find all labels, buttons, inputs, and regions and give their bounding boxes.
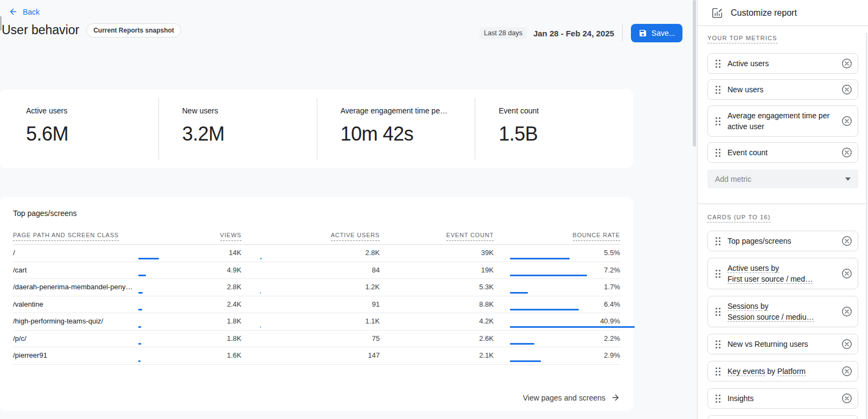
remove-icon xyxy=(841,306,852,317)
header-divider xyxy=(622,24,623,42)
cell-bounce: 6.4% xyxy=(510,296,620,313)
metric-item[interactable]: Active users xyxy=(707,53,858,74)
remove-card-button[interactable] xyxy=(841,147,852,158)
save-button[interactable]: Save... xyxy=(631,24,682,42)
drag-handle-icon[interactable] xyxy=(715,59,721,68)
report-card-item[interactable]: Active users byFirst user source / med… xyxy=(707,258,858,289)
remove-icon xyxy=(841,393,852,404)
drag-handle-icon[interactable] xyxy=(715,148,721,157)
card-label: Sessions bySession source / mediu… xyxy=(727,301,835,322)
cell-value: 2.1K xyxy=(479,351,494,359)
metric-item[interactable]: New users xyxy=(707,79,858,100)
card-label: New users xyxy=(727,84,835,95)
right-arrow-icon xyxy=(611,393,620,402)
metric-item[interactable]: Average engagement time peractive user xyxy=(707,105,858,137)
report-snapshot-badge: Current Reports snapshot xyxy=(86,23,181,37)
add-metric-dropdown[interactable]: Add metric xyxy=(707,169,858,188)
report-card-item[interactable]: Top pages/screens xyxy=(707,231,858,251)
date-range-chip[interactable]: Last 28 days xyxy=(480,27,527,39)
label-text: Platform xyxy=(777,367,806,376)
drag-handle-icon[interactable] xyxy=(715,340,721,349)
drag-handle-icon[interactable] xyxy=(715,307,721,316)
label-text: New users xyxy=(727,85,763,94)
label-text: Active users by xyxy=(727,264,779,273)
cell-active: 2.8K xyxy=(260,245,380,262)
date-range-text[interactable]: Jan 28 - Feb 24, 2025 xyxy=(533,29,614,38)
remove-card-button[interactable] xyxy=(841,268,852,279)
card-label: Top pages/screens xyxy=(727,236,835,246)
edit-chart-icon xyxy=(711,7,723,19)
report-card-item[interactable]: New vs Returning users xyxy=(707,334,858,354)
bounce-bar xyxy=(510,275,587,276)
card-label-line: Average engagement time per xyxy=(727,110,835,121)
cell-value: 14K xyxy=(229,249,241,257)
back-arrow-icon xyxy=(9,7,18,16)
cell-event: 4.2K xyxy=(386,313,494,330)
views-bar xyxy=(138,258,159,259)
remove-icon xyxy=(841,366,852,377)
label-text: New vs Returning users xyxy=(727,340,808,348)
report-main-area: Back User behavior Current Reports snaps… xyxy=(0,0,697,419)
active-bar xyxy=(260,258,261,259)
table-header-row: PAGE PATH AND SCREEN CLASS VIEWS ACTIVE … xyxy=(13,232,620,245)
views-bar xyxy=(138,343,141,345)
remove-card-button[interactable] xyxy=(841,236,852,246)
bounce-bar xyxy=(510,343,534,345)
drag-handle-icon[interactable] xyxy=(715,117,721,126)
report-card-item[interactable]: Insights xyxy=(707,388,858,409)
remove-card-button[interactable] xyxy=(841,84,852,95)
page-title: User behavior xyxy=(2,23,79,37)
views-bar xyxy=(138,275,146,276)
cards-list: Top pages/screensActive users byFirst us… xyxy=(707,231,858,419)
remove-card-button[interactable] xyxy=(841,393,852,404)
card-label-line: Insights xyxy=(727,393,835,404)
metrics-list: Active usersNew usersAverage engagement … xyxy=(707,53,858,163)
cell-page-path: /valentine xyxy=(13,296,138,313)
table-row: /high-performing-teams-quiz/1.8K1.1K4.2K… xyxy=(13,313,620,331)
remove-card-button[interactable] xyxy=(841,306,852,317)
report-card-item[interactable]: Active users by City xyxy=(707,415,858,419)
active-bar xyxy=(260,326,261,328)
drag-handle-icon[interactable] xyxy=(715,367,721,376)
drag-handle-icon[interactable] xyxy=(715,269,721,278)
cell-active: 1.1K xyxy=(260,313,380,330)
back-button[interactable]: Back xyxy=(9,7,40,16)
active-bar xyxy=(260,292,261,294)
remove-icon xyxy=(841,268,852,279)
report-card-item[interactable]: Key events by Platform xyxy=(707,361,858,382)
report-card-item[interactable]: Sessions bySession source / mediu… xyxy=(707,296,858,327)
cell-bounce: 7.2% xyxy=(510,262,620,279)
view-pages-link[interactable]: View pages and screens xyxy=(523,393,620,402)
panel-scrollbar[interactable] xyxy=(866,33,867,419)
drag-handle-icon[interactable] xyxy=(715,237,721,246)
metric-label: Event count xyxy=(499,106,628,115)
cell-bounce: 2.9% xyxy=(510,347,620,364)
back-label: Back xyxy=(23,8,40,16)
cell-event: 2.6K xyxy=(386,331,494,347)
metric-item[interactable]: Event count xyxy=(707,142,858,163)
views-bar xyxy=(138,292,143,294)
label-text: active user xyxy=(727,122,764,131)
column-header-active-users: ACTIVE USERS xyxy=(260,232,380,241)
remove-card-button[interactable] xyxy=(841,58,852,69)
metric-label: Active users xyxy=(26,106,153,115)
cell-page-path: /pierreer91 xyxy=(13,347,138,364)
label-text: Sessions by xyxy=(727,302,768,311)
bounce-bar xyxy=(510,326,635,328)
cell-bounce: 40.9% xyxy=(510,313,620,330)
drag-handle-icon[interactable] xyxy=(715,85,721,94)
remove-card-button[interactable] xyxy=(841,116,852,126)
metric-avg-engagement-time: Average engagement time pe… 10m 42s xyxy=(317,89,475,168)
card-label-line: Session source / mediu… xyxy=(727,312,835,322)
table-title: Top pages/screens xyxy=(13,209,620,218)
drag-handle-icon[interactable] xyxy=(715,394,721,403)
table-row: /pierreer911.6K1472.1K2.9% xyxy=(13,347,620,365)
main-scrollbar-thumb[interactable] xyxy=(693,0,696,147)
label-text: First user source / med… xyxy=(727,275,813,284)
remove-card-button[interactable] xyxy=(841,339,852,350)
cell-bounce: 5.5% xyxy=(510,245,620,262)
remove-card-button[interactable] xyxy=(841,366,852,377)
cell-active: 75 xyxy=(260,331,380,347)
cell-views: 1.6K xyxy=(138,347,241,364)
metric-value: 1.5B xyxy=(499,123,628,145)
